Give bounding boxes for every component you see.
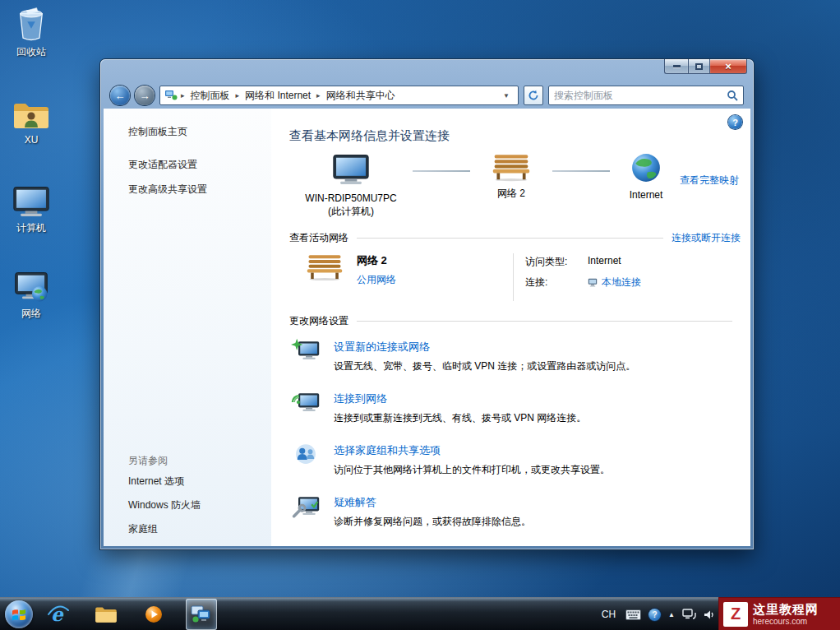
sidebar-item-windows-firewall[interactable]: Windows 防火墙 bbox=[128, 498, 201, 512]
taskbar-item-media-player[interactable] bbox=[138, 599, 169, 630]
minimize-icon bbox=[673, 65, 681, 67]
network-bench-icon bbox=[492, 152, 531, 182]
homegroup-icon[interactable] bbox=[289, 442, 322, 477]
system-tray: CH ? ▲ bbox=[599, 598, 715, 630]
desktop-icon-label: 网络 bbox=[21, 308, 41, 319]
back-button[interactable]: ← bbox=[110, 86, 130, 105]
breadcrumb[interactable]: ▸ 控制面板 ▸ 网络和 Internet ▸ 网络和共享中心 ▼ bbox=[159, 86, 519, 105]
active-network-bench-icon bbox=[306, 253, 344, 280]
search-box[interactable] bbox=[548, 86, 744, 105]
breadcrumb-control-panel[interactable]: 控制面板 bbox=[188, 88, 233, 104]
troubleshoot-icon[interactable] bbox=[289, 493, 322, 529]
keyboard-icon[interactable] bbox=[625, 609, 641, 620]
map-node-internet[interactable]: Internet bbox=[610, 152, 682, 202]
setting-title-link[interactable]: 连接到网络 bbox=[334, 391, 586, 406]
sidebar-item-control-panel-home[interactable]: 控制面板主页 bbox=[128, 125, 271, 139]
setting-item-troubleshoot[interactable]: 疑难解答 诊断并修复网络问题，或获得故障排除信息。 bbox=[289, 493, 741, 529]
recycle-bin-icon bbox=[2, 5, 61, 43]
window-titlebar[interactable]: × bbox=[104, 59, 750, 82]
internet-globe-icon bbox=[630, 152, 662, 183]
active-network-name: 网络 2 bbox=[357, 253, 396, 268]
help-button[interactable]: ? bbox=[728, 115, 742, 129]
map-connection-line bbox=[413, 170, 470, 172]
forward-button[interactable]: → bbox=[135, 86, 155, 105]
public-network-link[interactable]: 公用网络 bbox=[357, 274, 396, 285]
close-icon: × bbox=[725, 60, 732, 72]
internet-explorer-icon: e bbox=[47, 604, 70, 625]
refresh-icon bbox=[528, 90, 539, 101]
change-settings-heading: 更改网络设置 bbox=[289, 314, 348, 328]
map-node-computer[interactable]: WIN-RDIP50MU7PC (此计算机) bbox=[289, 152, 413, 218]
maximize-button[interactable] bbox=[688, 59, 710, 74]
internet-label: Internet bbox=[630, 188, 663, 202]
desktop-icon-network[interactable]: 网络 bbox=[2, 266, 61, 321]
search-input[interactable] bbox=[554, 90, 727, 101]
setting-title-link[interactable]: 选择家庭组和共享选项 bbox=[334, 443, 610, 458]
language-indicator[interactable]: CH bbox=[599, 607, 618, 622]
setting-title-link[interactable]: 疑难解答 bbox=[334, 495, 531, 510]
watermark-url: herecours.com bbox=[753, 617, 819, 626]
sidebar-item-homegroup[interactable]: 家庭组 bbox=[128, 522, 201, 536]
see-also-heading: 另请参阅 bbox=[128, 454, 201, 468]
setting-item-connect-to-network[interactable]: 连接到网络 连接到或重新连接到无线、有线、拨号或 VPN 网络连接。 bbox=[289, 390, 741, 425]
tray-network-icon[interactable] bbox=[682, 609, 696, 620]
address-toolbar: ← → ▸ 控制面板 ▸ 网络和 Internet ▸ 网络和共享中心 ▼ bbox=[104, 82, 750, 109]
active-networks-heading: 查看活动网络 bbox=[289, 231, 348, 245]
help-icon: ? bbox=[732, 118, 738, 127]
taskbar-item-internet-explorer[interactable]: e bbox=[43, 599, 74, 630]
see-full-map-link[interactable]: 查看完整映射 bbox=[680, 174, 739, 188]
minimize-button[interactable] bbox=[664, 59, 688, 74]
desktop-icon-computer[interactable]: 计算机 bbox=[2, 181, 61, 235]
sidebar: 控制面板主页 更改适配器设置 更改高级共享设置 另请参阅 Internet 选项… bbox=[104, 109, 271, 546]
new-connection-icon[interactable] bbox=[289, 338, 322, 373]
desktop-icon-recycle-bin[interactable]: 回收站 bbox=[2, 5, 61, 59]
local-connection-icon bbox=[588, 278, 598, 287]
sidebar-item-change-advanced-sharing[interactable]: 更改高级共享设置 bbox=[128, 183, 271, 197]
sidebar-item-internet-options[interactable]: Internet 选项 bbox=[128, 475, 201, 489]
breadcrumb-dropdown-icon[interactable]: ▼ bbox=[499, 92, 514, 100]
setting-description: 连接到或重新连接到无线、有线、拨号或 VPN 网络连接。 bbox=[334, 411, 586, 425]
page-title: 查看基本网络信息并设置连接 bbox=[289, 128, 741, 144]
windows-flag-icon bbox=[12, 608, 26, 621]
breadcrumb-separator-icon: ▸ bbox=[236, 91, 240, 100]
network-map: 查看完整映射 bbox=[289, 152, 741, 218]
tray-help-icon[interactable]: ? bbox=[648, 609, 661, 621]
setting-item-homegroup-sharing[interactable]: 选择家庭组和共享选项 访问位于其他网络计算机上的文件和打印机，或更改共享设置。 bbox=[289, 442, 741, 477]
start-button[interactable] bbox=[5, 600, 33, 628]
tray-volume-icon[interactable] bbox=[704, 609, 715, 620]
breadcrumb-network-sharing-center[interactable]: 网络和共享中心 bbox=[324, 88, 398, 104]
media-player-icon bbox=[144, 605, 164, 624]
connect-disconnect-link[interactable]: 连接或断开连接 bbox=[672, 231, 741, 245]
active-networks-section-header: 查看活动网络 连接或断开连接 bbox=[289, 231, 741, 245]
map-node-network[interactable]: 网络 2 bbox=[470, 152, 552, 200]
breadcrumb-separator-icon: ▸ bbox=[316, 91, 321, 100]
desktop: 回收站 XU 计算机 bbox=[0, 0, 840, 630]
maximize-icon bbox=[695, 63, 703, 70]
sidebar-item-change-adapter-settings[interactable]: 更改适配器设置 bbox=[128, 158, 271, 172]
access-type-label: 访问类型: bbox=[525, 255, 588, 269]
computer-icon bbox=[2, 181, 61, 219]
forward-arrow-icon: → bbox=[140, 90, 150, 102]
breadcrumb-network-internet[interactable]: 网络和 Internet bbox=[242, 88, 313, 104]
user-folder-icon bbox=[2, 94, 61, 132]
settings-list: 设置新的连接或网络 设置无线、宽带、拨号、临时或 VPN 连接；或设置路由器或访… bbox=[289, 338, 741, 529]
desktop-icon-label: 计算机 bbox=[16, 222, 46, 234]
desktop-icon-xu-folder[interactable]: XU bbox=[2, 94, 61, 146]
setting-description: 访问位于其他网络计算机上的文件和打印机，或更改共享设置。 bbox=[334, 463, 610, 477]
setting-title-link[interactable]: 设置新的连接或网络 bbox=[334, 340, 635, 354]
window-body: 控制面板主页 更改适配器设置 更改高级共享设置 另请参阅 Internet 选项… bbox=[104, 109, 750, 546]
desktop-icon-label: 回收站 bbox=[16, 46, 46, 58]
search-icon[interactable] bbox=[727, 90, 738, 101]
desktop-icon-label: XU bbox=[25, 134, 39, 146]
local-connection-link[interactable]: 本地连接 bbox=[602, 276, 641, 290]
refresh-button[interactable] bbox=[524, 86, 543, 105]
taskbar-item-windows-explorer[interactable] bbox=[90, 599, 122, 630]
connect-network-icon[interactable] bbox=[289, 390, 322, 425]
taskbar-item-network-sharing-center[interactable] bbox=[186, 599, 217, 630]
setting-item-new-connection[interactable]: 设置新的连接或网络 设置无线、宽带、拨号、临时或 VPN 连接；或设置路由器或访… bbox=[289, 338, 741, 373]
show-hidden-icons-button[interactable]: ▲ bbox=[668, 611, 675, 618]
watermark-title: 这里教程网 bbox=[753, 602, 819, 616]
network-sharing-icon bbox=[191, 605, 212, 623]
network-icon bbox=[2, 266, 61, 304]
close-button[interactable]: × bbox=[710, 59, 747, 74]
